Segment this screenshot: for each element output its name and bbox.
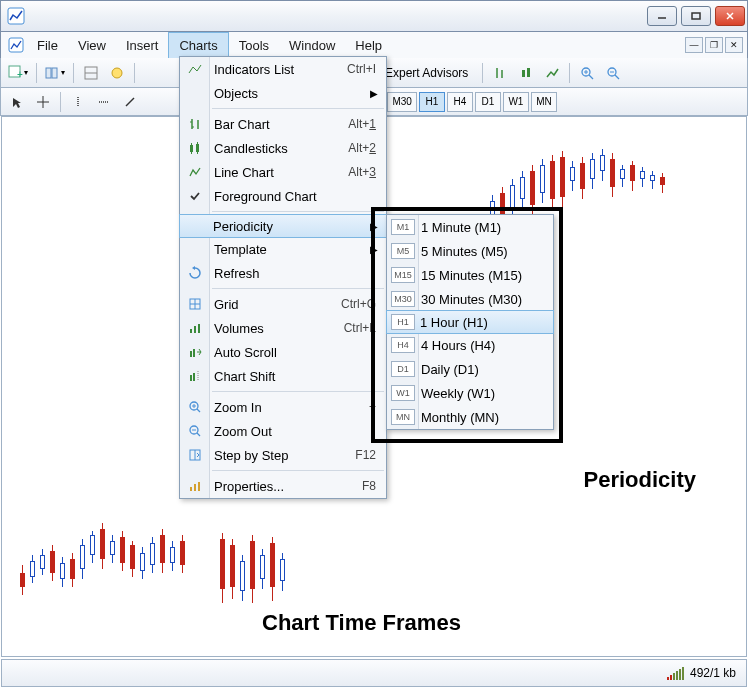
close-button[interactable] [715,6,745,26]
period-badge-icon: W1 [391,385,415,401]
refresh-icon [186,264,204,282]
svg-rect-44 [198,324,200,333]
menu-objects[interactable]: Objects ▶ [180,81,386,105]
market-watch-button[interactable] [79,61,103,85]
timeframe-m30-button[interactable]: M30 [387,92,416,112]
period-h1[interactable]: H11 Hour (H1) [386,310,554,334]
minimize-button[interactable] [647,6,677,26]
period-h4[interactable]: H44 Hours (H4) [387,333,553,357]
menu-chart-shift[interactable]: Chart Shift [180,364,386,388]
menu-foreground-chart[interactable]: Foreground Chart [180,184,386,208]
menu-file[interactable]: File [27,32,68,58]
vertical-line-button[interactable] [66,90,90,114]
menu-tools[interactable]: Tools [229,32,279,58]
period-m15[interactable]: M1515 Minutes (M15) [387,263,553,287]
svg-rect-61 [198,482,200,491]
menu-window[interactable]: Window [279,32,345,58]
submenu-arrow-icon: ▶ [370,244,386,255]
submenu-arrow-icon: ▶ [370,88,386,99]
periodicity-submenu: M11 Minute (M1)M55 Minutes (M5)M1515 Min… [386,214,554,430]
checkmark-icon [186,187,204,205]
data-window-button[interactable] [105,61,129,85]
menu-periodicity[interactable]: Periodicity ▶ [179,214,387,238]
menu-bar-chart[interactable]: Bar Chart Alt+1 [180,112,386,136]
svg-rect-8 [46,68,51,78]
svg-rect-9 [52,68,57,78]
menu-candlesticks[interactable]: Candlesticks Alt+2 [180,136,386,160]
period-m30[interactable]: M3030 Minutes (M30) [387,287,553,311]
statusbar: 492/1 kb [1,659,747,687]
zoom-in-button[interactable] [575,61,599,85]
period-badge-icon: M30 [391,291,415,307]
svg-rect-60 [194,484,196,491]
menu-properties[interactable]: Properties... F8 [180,474,386,498]
svg-rect-45 [190,351,192,357]
svg-line-24 [615,75,619,79]
svg-line-20 [589,75,593,79]
horizontal-line-button[interactable] [92,90,116,114]
period-d1[interactable]: D1Daily (D1) [387,357,553,381]
mdi-restore-button[interactable]: ❐ [705,37,723,53]
mdi-close-button[interactable]: ✕ [725,37,743,53]
svg-rect-0 [8,8,24,24]
timeframe-h4-button[interactable]: H4 [447,92,473,112]
candles-toolbar-button[interactable] [514,61,538,85]
svg-line-30 [126,98,134,106]
menubar: FileViewInsertChartsToolsWindowHelp — ❐ … [0,32,748,58]
menu-view[interactable]: View [68,32,116,58]
titlebar [0,0,748,32]
properties-icon [186,477,204,495]
svg-rect-42 [190,329,192,333]
period-badge-icon: H4 [391,337,415,353]
volumes-icon [186,319,204,337]
period-w1[interactable]: W1Weekly (W1) [387,381,553,405]
annotation-periodicity: Periodicity [584,467,696,493]
app-menu-icon [5,32,27,58]
crosshair-tool-button[interactable] [31,90,55,114]
mdi-minimize-button[interactable]: — [685,37,703,53]
svg-rect-2 [692,13,700,19]
line-chart-toolbar-button[interactable] [540,61,564,85]
period-m5[interactable]: M55 Minutes (M5) [387,239,553,263]
svg-rect-17 [522,70,525,77]
period-badge-icon: M5 [391,243,415,259]
menu-step-by-step[interactable]: Step by Step F12 [180,443,386,467]
profiles-button[interactable]: ▾ [42,61,68,85]
menu-template[interactable]: Template ▶ [180,237,386,261]
cursor-tool-button[interactable] [5,90,29,114]
svg-rect-46 [193,349,195,357]
menu-line-chart[interactable]: Line Chart Alt+3 [180,160,386,184]
candlesticks-icon [186,139,204,157]
period-mn[interactable]: MNMonthly (MN) [387,405,553,429]
submenu-arrow-icon: ▶ [370,221,386,232]
zoom-out-button[interactable] [601,61,625,85]
bar-chart-icon [186,115,204,133]
auto-scroll-icon [186,343,204,361]
period-m1[interactable]: M11 Minute (M1) [387,215,553,239]
menu-refresh[interactable]: Refresh [180,261,386,285]
timeframe-d1-button[interactable]: D1 [475,92,501,112]
zoom-in-icon [186,398,204,416]
maximize-button[interactable] [681,6,711,26]
bar-chart-toolbar-button[interactable] [488,61,512,85]
menu-auto-scroll[interactable]: Auto Scroll [180,340,386,364]
svg-point-12 [112,68,122,78]
period-badge-icon: MN [391,409,415,425]
svg-line-55 [197,433,200,436]
menu-insert[interactable]: Insert [116,32,169,58]
timeframe-h1-button[interactable]: H1 [419,92,445,112]
menu-indicators-list[interactable]: Indicators List Ctrl+I [180,57,386,81]
line-chart-icon [186,163,204,181]
menu-volumes[interactable]: Volumes Ctrl+L [180,316,386,340]
zoom-out-icon [186,422,204,440]
svg-rect-47 [190,375,192,381]
menu-help[interactable]: Help [345,32,392,58]
menu-zoom-out[interactable]: Zoom Out [180,419,386,443]
new-chart-button[interactable]: +▾ [5,61,31,85]
menu-charts[interactable]: Charts [168,32,228,58]
timeframe-w1-button[interactable]: W1 [503,92,529,112]
menu-zoom-in[interactable]: Zoom In + [180,395,386,419]
trendline-button[interactable] [118,90,142,114]
timeframe-mn-button[interactable]: MN [531,92,557,112]
menu-grid[interactable]: Grid Ctrl+G [180,292,386,316]
